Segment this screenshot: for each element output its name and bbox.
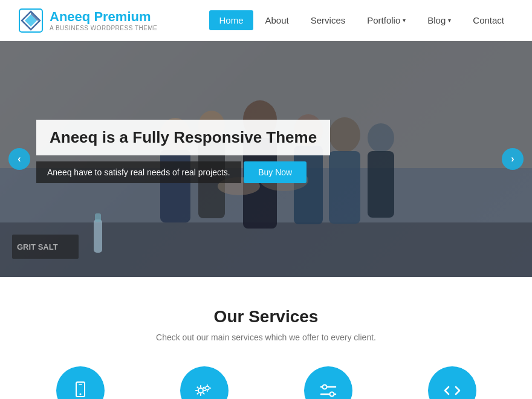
hero-title-box: Aneeq is a Fully Responsive Theme — [36, 120, 330, 155]
hero-subtitle-box: Aneeq have to satisfy real needs of real… — [36, 161, 241, 183]
logo-text: Aneeq Premium A Business WordPress Theme — [50, 9, 157, 31]
hero-content: Aneeq is a Fully Responsive Theme Aneeq … — [36, 120, 532, 195]
service-icon-gear — [180, 366, 229, 399]
chevron-down-icon: ▾ — [403, 17, 406, 24]
service-card-responsive: Responsive Design Lorem Ipsum is simply … — [24, 366, 136, 399]
svg-point-29 — [198, 388, 203, 393]
services-subtitle: Check out our main services which we off… — [24, 332, 508, 342]
service-icon-sliders — [304, 366, 352, 399]
hero-cta-button[interactable]: Buy Now — [244, 161, 307, 183]
nav-contact[interactable]: Contact — [463, 10, 514, 30]
logo-icon — [18, 8, 44, 33]
chevron-down-icon: ▾ — [448, 17, 451, 24]
service-icon-mobile — [56, 366, 105, 399]
nav-portfolio-label: Portfolio — [367, 15, 400, 25]
svg-point-30 — [206, 386, 209, 390]
hero-subtitle: Aneeq have to satisfy real needs of real… — [47, 167, 230, 177]
hero-next-button[interactable]: › — [502, 148, 524, 170]
main-nav: Home About Services Portfolio ▾ Blog ▾ C… — [209, 10, 514, 30]
services-section: Our Services Check out our main services… — [0, 277, 532, 399]
nav-blog-label: Blog — [427, 15, 446, 25]
services-grid: Responsive Design Lorem Ipsum is simply … — [24, 366, 508, 399]
logo[interactable]: Aneeq Premium A Business WordPress Theme — [18, 8, 157, 33]
hero-section: GRIT SALT ‹ › Aneeq is a Fully Responsiv… — [0, 41, 532, 277]
svg-point-34 — [329, 392, 334, 397]
svg-rect-28 — [79, 384, 82, 385]
svg-rect-25 — [95, 213, 101, 222]
svg-text:GRIT SALT: GRIT SALT — [17, 242, 58, 251]
logo-name-plain: Aneeq — [50, 9, 90, 24]
svg-point-32 — [322, 385, 326, 389]
logo-name-accent: Premium — [94, 9, 151, 24]
logo-title: Aneeq Premium — [50, 9, 157, 25]
nav-home[interactable]: Home — [209, 10, 253, 30]
services-title: Our Services — [24, 307, 508, 326]
header: Aneeq Premium A Business WordPress Theme… — [0, 0, 532, 41]
hero-title: Aneeq is a Fully Responsive Theme — [50, 128, 317, 147]
nav-blog[interactable]: Blog ▾ — [418, 10, 461, 30]
logo-subtitle: A Business WordPress Theme — [50, 25, 157, 31]
svg-rect-24 — [94, 219, 102, 253]
hero-prev-button[interactable]: ‹ — [8, 148, 30, 170]
svg-point-27 — [79, 394, 81, 395]
service-card-solutions: Fast & Great Solutions Lorem Ipsum is si… — [148, 366, 260, 399]
service-card-design: Clean & Well Design Lorem Ipsum is simpl… — [396, 366, 508, 399]
nav-portfolio[interactable]: Portfolio ▾ — [357, 10, 415, 30]
service-card-customize: Easy to Customize Lorem Ipsum is simply … — [272, 366, 384, 399]
nav-services[interactable]: Services — [301, 10, 355, 30]
nav-about[interactable]: About — [256, 10, 299, 30]
service-icon-code — [428, 366, 476, 399]
